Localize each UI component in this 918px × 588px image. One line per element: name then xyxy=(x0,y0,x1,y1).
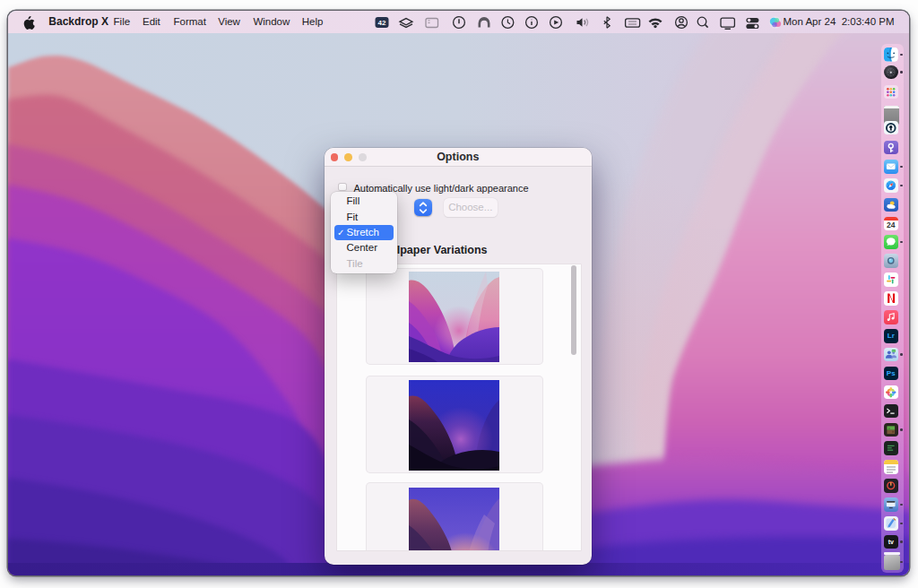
svg-text:42: 42 xyxy=(377,19,385,27)
